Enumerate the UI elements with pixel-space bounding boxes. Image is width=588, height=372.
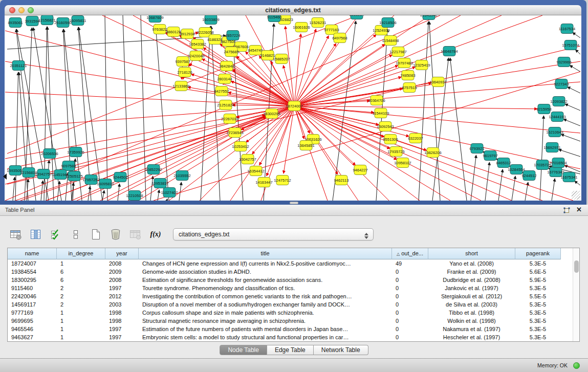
table-cell: 1 [57,259,105,268]
function-builder-icon[interactable]: f(x) [149,228,162,241]
table-row[interactable]: 1872400712008Changes of HCN gene express… [8,259,579,268]
graph-node-label: 21035552 [173,173,190,178]
collapse-panel-arrow-icon[interactable] [0,173,7,180]
black-edge [471,155,476,201]
network-table-selector[interactable]: citations_edges.txt [173,228,374,240]
graph-node-label: 21643942 [420,15,437,17]
table-cell: 2008 [105,259,139,268]
citation-network-graph[interactable]: 1872400718300295976382288601288912934222… [5,15,581,201]
graph-node-label: 18724007 [286,104,302,108]
table-cell: 22420046 [8,292,57,300]
graph-node-label: 9462113 [334,178,349,183]
table-row[interactable]: 946362711997Embryonic stem cells: a mode… [8,333,579,341]
table-row[interactable]: 1938455462009Genome-wide association stu… [8,268,579,276]
graph-node-label: 11027407 [161,190,178,195]
table-cell: Stergiakouli et al. (2012) [428,292,515,300]
select-columns-icon[interactable] [49,228,62,241]
column-header-out_de[interactable]: △out_de... [392,248,428,259]
table-row[interactable]: 2242004622012Investigating the contribut… [8,292,579,300]
scrollbar-thumb[interactable] [574,260,579,273]
black-edge [561,134,580,141]
show-columns-icon[interactable] [29,228,42,241]
table-cell: 5.5E-5 [515,292,561,300]
table-cell: 6 [57,276,105,284]
table-cell: 0 [392,276,428,284]
network-canvas[interactable]: 1872400718300295976382288601288912934222… [5,15,581,201]
black-edge [563,119,580,126]
table-row[interactable]: 969969511998Structural magnetic resonanc… [8,317,579,325]
graph-node-label: 9763822 [152,27,167,32]
table-cell: 0 [392,333,428,341]
column-header-year[interactable]: year [105,248,139,259]
table-cell: Disruption of a novel member of a sodium… [139,300,392,309]
graph-node-label: 6793921 [469,146,484,151]
table-cell: Embryonic stem cells: a model to study s… [139,333,392,341]
black-edge [573,32,580,38]
graph-node-label: 8813034 [349,15,364,17]
red-edge [285,26,294,106]
table-cell: Tibbo et al. (1998) [428,309,515,317]
table-cell: 1 [57,325,105,333]
table-row[interactable]: 911546021997Tourette syndrome. Phenomeno… [8,284,579,292]
table-cell: 5.9E-5 [515,276,561,284]
float-panel-icon[interactable] [563,206,570,213]
table-cell: 1998 [105,309,139,317]
black-edge [419,21,428,201]
table-cell: 0 [392,325,428,333]
table-cell: 0 [392,284,428,292]
graph-node-label: 9842848 [219,64,234,69]
memory-status-label: Memory: OK [537,359,568,372]
table-cell: 5.3E-5 [515,259,561,268]
graph-node-label: 12505125 [66,174,82,179]
tab-edge-table[interactable]: Edge Table [267,345,314,355]
black-edge [565,104,580,111]
red-edge [294,106,356,165]
table-row[interactable]: 1456911722003Disruption of a novel membe… [8,300,579,309]
vertical-scrollbar[interactable] [573,248,579,341]
table-row[interactable]: 1830029562008Estimation of significance … [8,276,579,284]
table-cell: Investigating the contribution of common… [139,292,392,300]
table-cell: 5.3E-5 [515,333,561,341]
graph-node-label: 12210518 [126,193,143,198]
table-cell: 2 [57,292,105,300]
column-header-name[interactable]: name [8,248,57,259]
table-row[interactable]: 977716911998Corpus callosum shape and si… [8,309,579,317]
row-options-icon[interactable] [69,228,82,241]
window-resize-grip[interactable] [572,191,580,200]
graph-node-label: 15092543 [377,124,394,129]
column-header-in_degree[interactable]: in_degree [57,248,105,259]
table-cell: Changes of HCN gene expression and I(f) … [139,259,392,268]
tab-network-table[interactable]: Network Table [314,345,368,355]
black-edge [558,149,580,157]
split-pane-handle[interactable] [290,202,298,204]
table-row[interactable]: 946554611997Estimation of the future num… [8,325,579,333]
graph-node-label: 22226058 [197,30,213,35]
delete-column-icon[interactable] [109,228,122,241]
graph-node-label: 2475685 [224,50,238,54]
column-header-pagerank[interactable]: pagerank [515,248,561,259]
table-cell: 1997 [105,333,139,341]
column-header-title[interactable]: title [139,248,392,259]
table-cell: Estimation of significance thresholds fo… [139,276,392,284]
graph-node-label: 6322037 [408,136,423,141]
close-panel-icon[interactable]: ✕ [576,206,582,213]
network-window-titlebar[interactable]: citations_edges.txt [5,5,581,15]
table-settings-icon[interactable] [9,228,23,241]
red-edge [294,106,389,201]
red-edge [294,106,542,201]
table-cell: 1998 [105,317,139,325]
table-cell: 2009 [105,268,139,276]
combo-stepper-icon [364,231,368,241]
graph-node-label: 18300295 [263,112,280,116]
graph-node-label: 12217987 [389,50,406,54]
column-header-short[interactable]: short [428,248,515,259]
table-cell: 2 [57,300,105,309]
graph-node-label: 10687609 [146,15,163,20]
graph-node-label: 13640937 [429,80,446,84]
tab-node-table[interactable]: Node Table [220,345,267,355]
table-cell: 2012 [105,292,139,300]
create-column-icon[interactable] [89,228,102,241]
graph-node-label: 17935725 [387,149,404,154]
table-cell: 2003 [105,300,139,309]
graph-node-label: 6497568 [332,36,347,40]
